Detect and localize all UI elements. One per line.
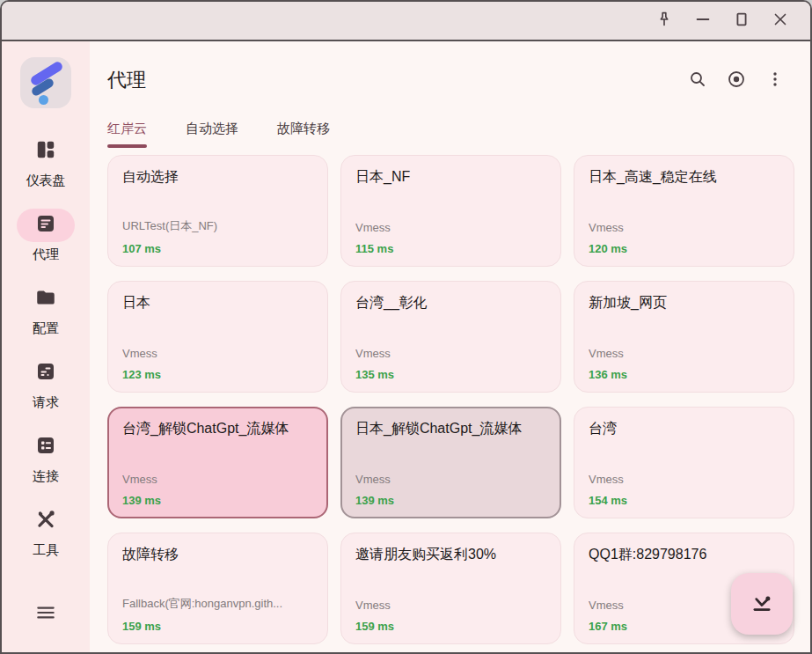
scroll-to-current-button[interactable] xyxy=(731,573,793,635)
proxy-name: 日本_高速_稳定在线 xyxy=(589,168,779,187)
search-icon xyxy=(687,69,708,92)
proxy-type: Vmess xyxy=(355,347,546,360)
locate-current-icon xyxy=(749,590,775,619)
proxy-card[interactable]: 日本_解锁ChatGpt_流媒体 Vmess 139 ms xyxy=(340,407,561,518)
proxy-name: 台湾 xyxy=(589,420,779,438)
tools-icon xyxy=(34,508,57,534)
proxy-name: 台湾__彰化 xyxy=(355,294,546,312)
proxy-delay: 107 ms xyxy=(122,242,313,255)
sidebar-item-label: 连接 xyxy=(33,468,59,485)
sidebar-item[interactable]: 工具 xyxy=(17,504,75,559)
maximize-button[interactable] xyxy=(722,6,761,36)
proxy-card[interactable]: 日本_NF Vmess 115 ms xyxy=(340,155,561,267)
proxy-delay: 139 ms xyxy=(355,494,546,507)
locate-button[interactable] xyxy=(717,62,756,98)
proxy-delay: 135 ms xyxy=(355,368,546,381)
pin-button[interactable] xyxy=(645,6,684,36)
sidebar-item[interactable]: 仪表盘 xyxy=(17,135,75,189)
proxy-type: Vmess xyxy=(355,473,546,486)
proxy-card[interactable]: 日本_高速_稳定在线 Vmess 120 ms xyxy=(574,155,794,267)
tab[interactable]: 故障转移 xyxy=(277,121,330,153)
proxy-name: 日本 xyxy=(122,294,313,312)
target-icon xyxy=(726,69,747,92)
titlebar xyxy=(2,2,810,41)
page-header: 代理 xyxy=(90,41,810,98)
proxy-card[interactable]: 新加坡_网页 Vmess 136 ms xyxy=(574,281,794,393)
proxy-card[interactable]: 台湾__彰化 Vmess 135 ms xyxy=(340,281,561,393)
sidebar-item-label: 配置 xyxy=(33,320,59,337)
proxy-type: URLTest(日本_NF) xyxy=(122,218,313,234)
proxy-name: 邀请朋友购买返利30% xyxy=(355,546,546,564)
dashboard-icon xyxy=(34,138,57,165)
proxy-card[interactable]: 故障转移 Fallback(官网:honganvpn.gith... 159 m… xyxy=(107,533,328,644)
app-window: 仪表盘 代理 配置 xyxy=(0,0,812,654)
proxy-type: Vmess xyxy=(122,473,313,486)
proxy-delay: 115 ms xyxy=(355,242,546,255)
connections-icon xyxy=(35,435,56,459)
tab-label: 故障转移 xyxy=(277,121,330,136)
sidebar-item-label: 请求 xyxy=(33,394,59,411)
proxy-delay: 120 ms xyxy=(589,242,779,255)
sidebar-item-label: 代理 xyxy=(33,246,59,263)
proxy-name: 日本_NF xyxy=(355,168,546,187)
search-button[interactable] xyxy=(678,62,717,98)
sidebar-item-label: 仪表盘 xyxy=(26,173,66,189)
proxy-type: Fallback(官网:honganvpn.gith... xyxy=(122,596,313,612)
proxy-card[interactable]: 日本 Vmess 123 ms xyxy=(107,281,328,393)
proxy-type: Vmess xyxy=(122,347,313,360)
minimize-icon xyxy=(693,10,713,32)
minimize-button[interactable] xyxy=(684,6,722,36)
requests-icon xyxy=(35,361,56,386)
close-button[interactable] xyxy=(761,6,800,36)
proxy-delay: 159 ms xyxy=(122,620,313,633)
sidebar-item[interactable]: 代理 xyxy=(17,209,75,263)
proxy-icon xyxy=(35,213,56,238)
proxy-name: 自动选择 xyxy=(122,168,313,187)
proxy-delay: 154 ms xyxy=(589,494,779,507)
hamburger-icon xyxy=(34,601,57,627)
proxy-name: 日本_解锁ChatGpt_流媒体 xyxy=(355,420,546,438)
tab[interactable]: 自动选择 xyxy=(186,121,238,153)
proxy-card[interactable]: 自动选择 URLTest(日本_NF) 107 ms xyxy=(107,155,328,267)
tab-label: 红岸云 xyxy=(107,121,147,136)
app-logo xyxy=(20,57,71,108)
sidebar-item[interactable]: 连接 xyxy=(17,430,75,485)
maximize-icon xyxy=(732,10,751,32)
close-icon xyxy=(771,10,790,32)
proxy-type: Vmess xyxy=(589,347,779,360)
proxy-type: Vmess xyxy=(355,599,546,612)
more-button[interactable] xyxy=(756,62,794,98)
page-title: 代理 xyxy=(107,67,146,93)
proxy-name: 新加坡_网页 xyxy=(589,294,779,312)
group-tabs: 红岸云 自动选择 故障转移 xyxy=(107,121,810,153)
folder-icon xyxy=(34,286,57,312)
proxy-grid: 自动选择 URLTest(日本_NF) 107 ms 日本_NF Vmess 1… xyxy=(90,153,810,652)
sidebar-nav: 仪表盘 代理 配置 xyxy=(2,135,90,578)
proxy-delay: 159 ms xyxy=(355,620,546,633)
proxy-name: 故障转移 xyxy=(122,546,313,564)
menu-button[interactable] xyxy=(25,598,67,629)
pin-icon xyxy=(655,10,674,32)
proxy-delay: 136 ms xyxy=(589,368,779,381)
proxy-type: Vmess xyxy=(589,473,779,486)
sidebar-item[interactable]: 配置 xyxy=(17,283,75,337)
main-content: 代理 xyxy=(90,41,810,652)
proxy-card[interactable]: 邀请朋友购买返利30% Vmess 159 ms xyxy=(340,533,561,644)
more-vert-icon xyxy=(764,69,786,92)
sidebar-item-label: 工具 xyxy=(33,542,59,559)
proxy-name: QQ1群:829798176 xyxy=(589,546,779,564)
proxy-name: 台湾_解锁ChatGpt_流媒体 xyxy=(122,420,313,438)
tab[interactable]: 红岸云 xyxy=(107,121,147,153)
proxy-delay: 123 ms xyxy=(122,368,313,381)
proxy-type: Vmess xyxy=(355,221,546,234)
proxy-delay: 139 ms xyxy=(122,494,313,507)
tab-label: 自动选择 xyxy=(186,121,238,136)
proxy-card[interactable]: 台湾 Vmess 154 ms xyxy=(574,407,794,518)
proxy-card[interactable]: 台湾_解锁ChatGpt_流媒体 Vmess 139 ms xyxy=(107,407,328,518)
sidebar: 仪表盘 代理 配置 xyxy=(2,41,90,652)
proxy-type: Vmess xyxy=(589,221,779,234)
sidebar-item[interactable]: 请求 xyxy=(17,356,75,411)
